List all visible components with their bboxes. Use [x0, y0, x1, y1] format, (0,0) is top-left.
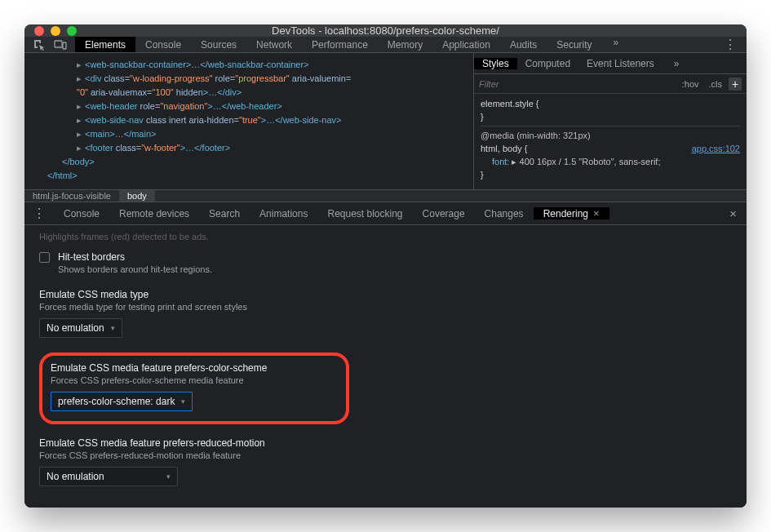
elements-panel: ▸<web-snackbar-container>…</web-snackbar…	[24, 53, 747, 190]
media-type-select[interactable]: No emulation▾	[39, 318, 122, 338]
dtab-console[interactable]: Console	[54, 208, 109, 219]
drawer-menu-icon[interactable]: ⋮	[24, 206, 54, 221]
dtab-animations[interactable]: Animations	[250, 208, 317, 219]
settings-menu-icon[interactable]: ⋮	[714, 37, 747, 52]
chevron-down-icon: ▾	[181, 397, 185, 406]
window-controls	[24, 26, 77, 36]
tab-elements[interactable]: Elements	[75, 37, 135, 52]
hit-test-desc: Shows borders around hit-test regions.	[58, 264, 212, 274]
pcs-desc: Forces CSS prefers-color-scheme media fe…	[51, 375, 338, 385]
media-type-section: Emulate CSS media type Forces media type…	[39, 289, 732, 338]
device-toggle-icon[interactable]	[54, 38, 67, 51]
tab-security[interactable]: Security	[547, 37, 601, 52]
tab-performance[interactable]: Performance	[302, 37, 378, 52]
inspect-icon[interactable]	[33, 38, 46, 51]
cls-toggle[interactable]: .cls	[706, 79, 726, 89]
rendering-panel: Highlights frames (red) detected to be a…	[24, 225, 747, 508]
svg-rect-1	[63, 42, 66, 49]
main-tabs: Elements Console Sources Network Perform…	[75, 37, 625, 52]
drawer-tabs: ⋮ Console Remote devices Search Animatio…	[24, 202, 747, 225]
style-rules[interactable]: element.style { } @media (min-width: 321…	[474, 94, 747, 184]
crumb-body[interactable]: body	[119, 190, 155, 202]
tab-sources[interactable]: Sources	[191, 37, 246, 52]
media-type-title: Emulate CSS media type	[39, 289, 732, 300]
svg-rect-0	[55, 41, 62, 47]
prefers-reduced-motion-section: Emulate CSS media feature prefers-reduce…	[39, 437, 732, 486]
styles-filter-input[interactable]	[479, 79, 676, 89]
tab-audits[interactable]: Audits	[500, 37, 547, 52]
chevron-down-icon: ▾	[166, 472, 171, 481]
dtab-rendering[interactable]: Rendering×	[534, 207, 609, 219]
titlebar: DevTools - localhost:8080/prefers-color-…	[24, 24, 747, 37]
tab-memory[interactable]: Memory	[378, 37, 432, 52]
prm-select[interactable]: No emulation▾	[39, 467, 178, 486]
close-tab-icon[interactable]: ×	[593, 207, 600, 219]
devtools-window: DevTools - localhost:8080/prefers-color-…	[24, 24, 747, 508]
hit-test-title: Hit-test borders	[58, 251, 212, 263]
zoom-icon[interactable]	[67, 26, 77, 36]
crumb-html[interactable]: html.js-focus-visible	[24, 190, 119, 202]
styles-pane: Styles Computed Event Listeners » :hov .…	[473, 53, 747, 189]
media-type-desc: Forces media type for testing print and …	[39, 302, 732, 312]
chevron-down-icon: ▾	[111, 324, 115, 332]
prm-desc: Forces CSS prefers-reduced-motion media …	[39, 450, 732, 460]
source-link[interactable]: app.css:102	[692, 142, 740, 155]
dtab-remote[interactable]: Remote devices	[109, 208, 199, 219]
hit-test-checkbox[interactable]	[39, 252, 50, 263]
window-title: DevTools - localhost:8080/prefers-color-…	[24, 24, 747, 37]
tab-application[interactable]: Application	[432, 37, 500, 52]
tab-computed[interactable]: Computed	[517, 58, 578, 69]
tab-event-listeners[interactable]: Event Listeners	[578, 58, 662, 69]
close-icon[interactable]	[34, 26, 44, 36]
pcs-title: Emulate CSS media feature prefers-color-…	[51, 362, 338, 374]
tabs-overflow-icon[interactable]: »	[607, 37, 626, 52]
main-toolbar: Elements Console Sources Network Perform…	[24, 37, 747, 53]
dtab-changes[interactable]: Changes	[475, 208, 534, 219]
dtab-coverage[interactable]: Coverage	[413, 208, 475, 219]
prefers-color-scheme-callout: Emulate CSS media feature prefers-color-…	[39, 352, 349, 424]
dtab-request-blocking[interactable]: Request blocking	[317, 208, 412, 219]
dom-tree[interactable]: ▸<web-snackbar-container>…</web-snackbar…	[24, 53, 473, 189]
tab-styles[interactable]: Styles	[474, 58, 517, 69]
dtab-search[interactable]: Search	[199, 208, 250, 219]
drawer-close-icon[interactable]: ×	[720, 206, 747, 220]
styles-overflow-icon[interactable]: »	[667, 58, 686, 69]
pcs-select[interactable]: prefers-color-scheme: dark▾	[51, 392, 193, 411]
tab-console[interactable]: Console	[135, 37, 191, 52]
prev-option-desc: Highlights frames (red) detected to be a…	[39, 232, 732, 242]
minimize-icon[interactable]	[51, 26, 60, 36]
tab-network[interactable]: Network	[246, 37, 302, 52]
prm-title: Emulate CSS media feature prefers-reduce…	[39, 437, 732, 449]
hov-toggle[interactable]: :hov	[679, 79, 702, 89]
breadcrumb: html.js-focus-visible body	[24, 190, 747, 202]
hit-test-option: Hit-test borders Shows borders around hi…	[39, 251, 732, 274]
new-style-rule-icon[interactable]: +	[729, 78, 742, 91]
drawer: ⋮ Console Remote devices Search Animatio…	[24, 202, 747, 508]
